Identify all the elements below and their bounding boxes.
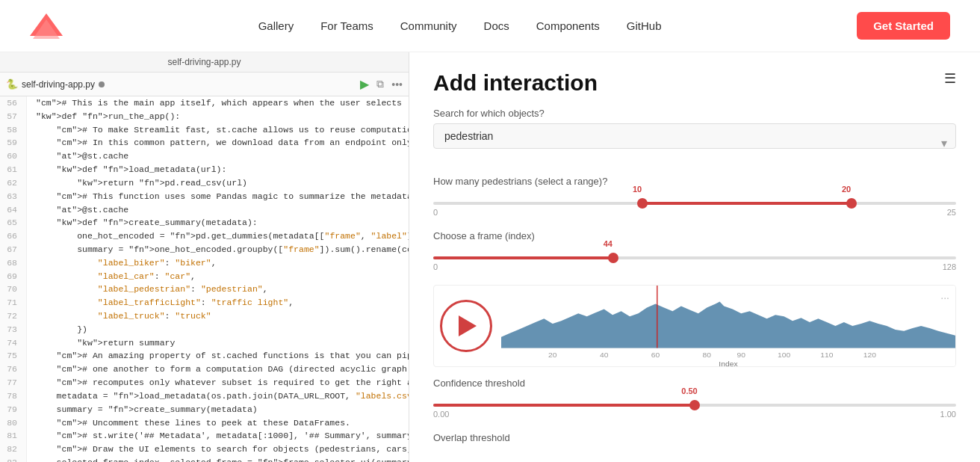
code-line: "label_biker": "biker", [36, 256, 409, 270]
conf-slider-container: Confidence threshold 0.50 0.00 1.00 [433, 378, 956, 419]
range-slider-fill [642, 202, 852, 205]
nav-community[interactable]: Community [400, 19, 457, 32]
get-started-button[interactable]: Get Started [857, 12, 950, 40]
svg-text:90: 90 [736, 351, 745, 359]
code-line: "cm"># st.write('## Metadata', metadata[… [36, 429, 409, 443]
line-number: 56 [0, 96, 20, 110]
code-line: metadata = "fn">load_metadata(os.path.jo… [36, 389, 409, 403]
svg-text:120: 120 [863, 351, 876, 359]
split-icon[interactable]: ⧉ [376, 78, 384, 90]
range-slider-bounds: 0 25 [433, 208, 956, 217]
frame-label: Choose a frame (index) [433, 230, 956, 241]
line-number: 66 [0, 230, 20, 243]
svg-text:20: 20 [548, 351, 556, 359]
range-min: 0 [433, 208, 438, 217]
code-line: "cm"># In this common pattern, we downlo… [36, 136, 409, 150]
code-panel: self-driving-app.py 🐍 self-driving-app.p… [0, 52, 409, 462]
line-number: 73 [0, 323, 20, 336]
code-line: }) [36, 323, 409, 336]
code-line: one_hot_encoded = "fn">pd.get_dummies(me… [36, 230, 409, 243]
range-max: 25 [947, 208, 956, 217]
range-slider-low-thumb[interactable]: 10 [637, 198, 648, 209]
line-number: 77 [0, 376, 20, 389]
conf-slider-thumb[interactable]: 0.50 [689, 400, 700, 410]
code-line: "cm"># recomputes only whatever subset i… [36, 376, 409, 389]
code-line: "label_truck": "truck" [36, 309, 409, 323]
svg-text:Index: Index [719, 360, 737, 366]
svg-text:60: 60 [651, 351, 660, 359]
nav-links: Gallery For Teams Community Docs Compone… [258, 19, 662, 33]
range-label: How many pedestrians (select a range)? [433, 176, 956, 187]
code-line: "label_trafficLight": "traffic light", [36, 296, 409, 309]
code-tab[interactable]: 🐍 self-driving-app.py [6, 78, 105, 90]
nav-components[interactable]: Components [536, 19, 600, 32]
nav-gallery[interactable]: Gallery [258, 19, 294, 32]
logo[interactable] [30, 12, 63, 40]
frame-max: 128 [943, 262, 956, 271]
line-number: 67 [0, 243, 20, 256]
code-line: summary = "fn">create_summary(metadata) [36, 403, 409, 416]
code-text: "cm"># This is the main app itself, whic… [27, 96, 409, 462]
line-number: 75 [0, 349, 20, 363]
line-number: 71 [0, 296, 20, 309]
line-number: 69 [0, 270, 20, 283]
search-label: Search for which objects? [433, 108, 956, 119]
code-titlebar: self-driving-app.py [0, 52, 409, 73]
code-line: "kw">def "fn">run_the_app(): [36, 110, 409, 123]
conf-min: 0.00 [433, 410, 449, 419]
line-number: 82 [0, 443, 20, 456]
conf-slider-fill [433, 404, 695, 407]
line-number: 63 [0, 190, 20, 203]
play-triangle-icon [459, 315, 477, 336]
line-number: 72 [0, 309, 20, 323]
code-line: "kw">return summary [36, 336, 409, 350]
line-number: 74 [0, 336, 20, 350]
code-tab-label: self-driving-app.py [22, 79, 95, 90]
code-line: "cm"># Uncomment these lines to peek at … [36, 416, 409, 430]
demo-header: Add interaction ☰ [433, 70, 956, 96]
code-line: "label_pedestrian": "pedestrian", [36, 283, 409, 296]
code-line: "label_car": "car", [36, 270, 409, 283]
frame-slider-thumb[interactable]: 44 [608, 253, 618, 263]
search-select[interactable]: pedestrian car biker traffic light truck [433, 123, 956, 149]
range-slider-high-thumb[interactable]: 20 [846, 198, 857, 209]
code-line: "at">@st.cache [36, 203, 409, 217]
code-line: "kw">def "fn">load_metadata(url): [36, 163, 409, 176]
code-line: "cm"># This function uses some Pandas ma… [36, 190, 409, 203]
svg-text:100: 100 [778, 351, 790, 359]
frame-slider-container: Choose a frame (index) 44 0 128 [433, 230, 956, 271]
line-number: 83 [0, 456, 20, 462]
hamburger-icon[interactable]: ☰ [944, 70, 956, 87]
line-number: 60 [0, 150, 20, 163]
search-select-wrapper: pedestrian car biker traffic light truck [433, 123, 956, 162]
more-icon[interactable]: ••• [391, 78, 403, 90]
line-number: 57 [0, 110, 20, 123]
nav-for-teams[interactable]: For Teams [320, 19, 373, 32]
code-line: "cm"># Draw the UI elements to search fo… [36, 443, 409, 456]
conf-slider-bounds: 0.00 1.00 [433, 410, 956, 419]
frame-slider-track: 44 [433, 256, 956, 259]
range-high-value: 20 [842, 185, 851, 194]
chart-svg-wrapper: ··· 20 40 60 80 90 100 [501, 286, 955, 366]
frame-min: 0 [433, 262, 438, 271]
line-number: 59 [0, 136, 20, 150]
conf-max: 1.00 [940, 410, 956, 419]
chart-play-button[interactable] [440, 300, 492, 352]
code-line: "cm"># To make Streamlit fast, st.cache … [36, 123, 409, 137]
run-button[interactable]: ▶ [360, 77, 369, 91]
chart-area: ··· 20 40 60 80 90 100 [433, 285, 956, 367]
code-line: selected_frame_index, selected_frame = "… [36, 456, 409, 462]
code-body: 5657585960616263646566676869707172737475… [0, 96, 409, 462]
line-number: 68 [0, 256, 20, 270]
nav-github[interactable]: GitHub [627, 19, 662, 32]
svg-text:40: 40 [600, 351, 608, 359]
line-number: 61 [0, 163, 20, 176]
line-number: 58 [0, 123, 20, 137]
nav-docs[interactable]: Docs [484, 19, 509, 32]
line-number: 64 [0, 203, 20, 217]
conf-slider-track: 0.50 [433, 404, 956, 407]
chart-more-icon[interactable]: ··· [940, 292, 949, 304]
line-number: 70 [0, 283, 20, 296]
code-tabbar: 🐍 self-driving-app.py ▶ ⧉ ••• [0, 73, 409, 96]
demo-title: Add interaction [433, 70, 598, 96]
